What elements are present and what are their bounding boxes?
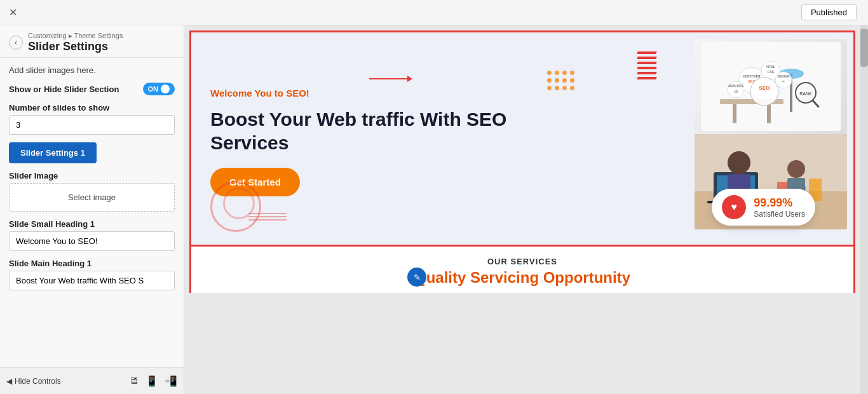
heart-icon: ♥ [722, 195, 746, 219]
small-heading-field: Slide Small Heading 1 [9, 219, 175, 251]
main-heading-label: Slide Main Heading 1 [9, 259, 175, 268]
number-slides-label: Number of slides to show [9, 103, 175, 112]
satisfied-users-badge: ♥ 99.99% Satisfied Users [712, 189, 815, 226]
seo-diagram-image: CONTENT SEO HTML CSS ANALYSIS 📊 SEO [695, 39, 847, 134]
svg-text:📊: 📊 [734, 89, 738, 93]
svg-text:CSS: CSS [768, 70, 775, 74]
dots-decoration [547, 71, 574, 90]
small-heading-input[interactable] [9, 231, 175, 251]
arrow-annotation [369, 76, 412, 82]
arrow-head [407, 76, 412, 82]
number-slides-field: Number of slides to show [9, 103, 175, 135]
scrollbar-thumb[interactable] [860, 29, 868, 67]
svg-text:DESIGN: DESIGN [777, 74, 790, 78]
satisfied-text: 99.99% Satisfied Users [754, 196, 805, 219]
sidebar: ‹ Customizing ▸ Theme Settings Slider Se… [0, 25, 184, 394]
main-heading-input[interactable] [9, 271, 175, 290]
footer-icons: 🖥 📱 📲 [129, 375, 177, 387]
preview-content: Welcome You to SEO! Boost Your Web traff… [184, 25, 860, 394]
show-hide-row: Show or Hide Slider Section ON [9, 83, 175, 95]
svg-text:RANK: RANK [799, 92, 812, 96]
slider-settings-1-button[interactable]: Slider Settings 1 [9, 142, 97, 163]
hero-main-heading: Boost Your Web traffic With SEO Services [210, 107, 528, 155]
show-hide-toggle[interactable]: ON [143, 83, 175, 95]
top-bar: ✕ Published [0, 0, 868, 25]
breadcrumb: Customizing ▸ Theme Settings [28, 32, 123, 40]
number-slides-input[interactable] [9, 115, 175, 135]
main-layout: ‹ Customizing ▸ Theme Settings Slider Se… [0, 25, 868, 394]
quality-heading: Quality Servicing Opportunity [210, 269, 834, 287]
svg-text:ANALYSIS: ANALYSIS [728, 84, 744, 88]
add-label: Add slider images here. [9, 65, 175, 75]
satisfied-label: Satisfied Users [754, 210, 805, 219]
svg-point-31 [728, 151, 750, 174]
breadcrumb-block: Customizing ▸ Theme Settings Slider Sett… [28, 32, 123, 53]
select-image-button[interactable]: Select image [9, 183, 175, 212]
show-hide-label: Show or Hide Slider Section [9, 85, 119, 94]
svg-point-15 [750, 78, 778, 105]
hero-small-heading: Welcome You to SEO! [210, 88, 644, 98]
svg-text:HTML: HTML [766, 65, 775, 69]
slider-image-field: Slider Image Select image [9, 171, 175, 212]
sidebar-footer: ◀ Hide Controls 🖥 📱 📲 [0, 367, 184, 394]
stripes-decoration [637, 51, 656, 102]
main-heading-field: Slide Main Heading 1 [9, 259, 175, 290]
scrollbar[interactable] [860, 25, 868, 394]
diagonal-lines [248, 210, 287, 226]
svg-rect-3 [767, 104, 771, 123]
back-button[interactable]: ‹ [9, 36, 23, 50]
preview-area: Welcome You to SEO! Boost Your Web traff… [184, 25, 860, 394]
hide-arrow-icon: ◀ [6, 377, 12, 386]
sidebar-content: Add slider images here. Show or Hide Sli… [0, 58, 184, 298]
slider-image-label: Slider Image [9, 171, 175, 180]
small-heading-label: Slide Small Heading 1 [9, 219, 175, 229]
sidebar-title: Slider Settings [28, 40, 123, 53]
svg-rect-2 [733, 104, 736, 123]
published-button[interactable]: Published [801, 4, 857, 20]
edit-pencil-button[interactable]: ✎ [407, 268, 426, 287]
our-services-label: OUR SERVICES [210, 257, 834, 266]
svg-point-33 [787, 160, 805, 178]
sidebar-header: ‹ Customizing ▸ Theme Settings Slider Se… [0, 25, 184, 58]
satisfied-percent: 99.99% [754, 196, 805, 210]
svg-text:CONTENT: CONTENT [743, 74, 761, 78]
tablet-icon[interactable]: 📱 [146, 375, 158, 387]
hero-slider: Welcome You to SEO! Boost Your Web traff… [189, 31, 855, 247]
toggle-circle [161, 85, 170, 93]
svg-text:SEO: SEO [759, 85, 770, 91]
close-button[interactable]: ✕ [5, 5, 20, 20]
hide-controls-button[interactable]: ◀ Hide Controls [6, 377, 61, 386]
services-section: OUR SERVICES Quality Servicing Opportuni… [189, 247, 855, 293]
hide-controls-label: Hide Controls [15, 377, 61, 386]
mobile-icon[interactable]: 📲 [165, 375, 177, 387]
arrow-line [369, 78, 407, 79]
desktop-icon[interactable]: 🖥 [129, 375, 139, 387]
